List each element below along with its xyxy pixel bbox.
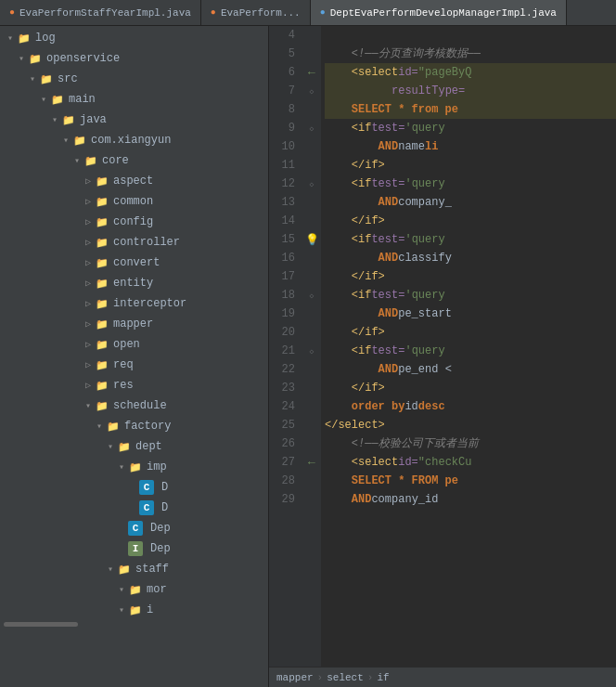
arrow-java: ▾	[48, 114, 61, 125]
code-line-27: <select id= "checkCu	[325, 453, 616, 472]
ln-23: 23	[269, 379, 295, 397]
tree-item-staff[interactable]: ▾ 📁 staff	[0, 559, 268, 579]
dot-9: ◇	[310, 124, 314, 133]
code-line-26: <!——校验公司下或者当前	[325, 434, 616, 453]
ln-24: 24	[269, 397, 295, 416]
tree-item-d1[interactable]: C D	[0, 477, 268, 498]
class-icon-d2: C	[139, 500, 154, 515]
dot-7: ◇	[310, 87, 314, 96]
code-line-20: </if>	[325, 323, 616, 342]
ln-25: 25	[269, 416, 295, 434]
gutter-14	[302, 212, 321, 230]
tab-xml-active[interactable]: ● DeptEvaPerformDevelopManagerImpl.java	[311, 0, 567, 25]
tree-item-openservice[interactable]: ▾ 📁 openservice	[0, 48, 268, 69]
tree-item-i[interactable]: ▾ 📁 i	[0, 600, 268, 620]
tree-label-dep1: Dep	[150, 522, 171, 535]
tab-java1[interactable]: ● EvaPerformStaffYearImpl.java	[0, 0, 201, 25]
gutter-15: 💡	[302, 230, 321, 249]
tab-label-3: DeptEvaPerformDevelopManagerImpl.java	[330, 7, 557, 19]
folder-icon-mapper: 📁	[95, 317, 109, 331]
tree-item-log[interactable]: ▾ 📁 log	[0, 28, 268, 48]
tree-scrollbar[interactable]	[0, 620, 268, 628]
tab-java2[interactable]: ● EvaPerform...	[201, 0, 311, 25]
tree-item-req[interactable]: ▷ 📁 req	[0, 355, 268, 375]
tree-label-log: log	[35, 32, 56, 45]
tree-item-com[interactable]: ▾ 📁 com.xiangyun	[0, 130, 268, 150]
arrow-mapper: ▷	[82, 318, 95, 330]
tree-item-dept[interactable]: ▾ 📁 dept	[0, 436, 268, 457]
arrow-config: ▷	[82, 216, 95, 227]
tree-item-aspect[interactable]: ▷ 📁 aspect	[0, 171, 268, 191]
code-line-4	[325, 26, 616, 45]
tree-item-res[interactable]: ▷ 📁 res	[0, 375, 268, 395]
code-line-17: </if>	[325, 267, 616, 286]
gutter-18: ◇	[302, 286, 321, 305]
gutter-17	[302, 267, 321, 286]
arrow-imp: ▾	[115, 461, 128, 473]
tree-item-controller[interactable]: ▷ 📁 controller	[0, 232, 268, 253]
java-icon-2: ●	[211, 7, 216, 18]
file-tree[interactable]: ▾ 📁 log ▾ 📁 openservice ▾ 📁 src ▾ 📁 main	[0, 26, 269, 687]
ln-12: 12	[269, 175, 295, 193]
ln-9: 9	[269, 119, 295, 137]
folder-icon-interceptor: 📁	[95, 296, 109, 311]
tree-label-entity: entity	[113, 277, 153, 290]
gutter-29	[302, 490, 321, 509]
gutter-20	[302, 323, 321, 342]
breadcrumb: mapper › select › if	[269, 667, 616, 687]
gutter-16	[302, 249, 321, 267]
arrow-factory: ▾	[93, 421, 106, 432]
arrow-req: ▷	[82, 359, 95, 370]
breadcrumb-select[interactable]: select	[327, 672, 364, 683]
gutter: ← ◇ ◇ ◇ 💡 ◇ ◇ ←	[302, 26, 321, 667]
tree-item-common[interactable]: ▷ 📁 common	[0, 191, 268, 212]
tree-item-dep2[interactable]: I Dep	[0, 538, 268, 559]
tree-label-d2: D	[161, 501, 168, 514]
breadcrumb-mapper[interactable]: mapper	[276, 672, 314, 683]
breadcrumb-if[interactable]: if	[377, 672, 389, 683]
tree-item-imp[interactable]: ▾ 📁 imp	[0, 457, 268, 477]
ln-6: 6	[269, 63, 295, 82]
folder-icon-core: 📁	[83, 153, 98, 168]
arrow-interceptor: ▷	[82, 298, 95, 309]
tree-item-core[interactable]: ▾ 📁 core	[0, 150, 268, 171]
tree-item-src[interactable]: ▾ 📁 src	[0, 69, 268, 89]
ln-15: 15	[269, 230, 295, 249]
editor-area: 4 5 6 7 8 9 10 11 12 13 14 15 16 17 18 1…	[269, 26, 616, 687]
gutter-24	[302, 397, 321, 416]
tree-item-mor[interactable]: ▾ 📁 mor	[0, 579, 268, 600]
folder-icon-schedule: 📁	[95, 398, 109, 413]
gutter-11	[302, 156, 321, 175]
tree-label-aspect: aspect	[113, 175, 153, 188]
code-content[interactable]: <!——分页查询考核数据—— <select id= "pageByQ resu…	[321, 26, 616, 667]
line-numbers: 4 5 6 7 8 9 10 11 12 13 14 15 16 17 18 1…	[269, 26, 302, 667]
folder-icon-log: 📁	[17, 31, 32, 45]
tree-label-com: com.xiangyun	[91, 134, 171, 147]
tree-item-java[interactable]: ▾ 📁 java	[0, 110, 268, 130]
tree-item-factory[interactable]: ▾ 📁 factory	[0, 416, 268, 436]
tree-label-req: req	[113, 358, 134, 371]
gutter-25	[302, 416, 321, 434]
tree-item-open[interactable]: ▷ 📁 open	[0, 334, 268, 355]
tree-item-config[interactable]: ▷ 📁 config	[0, 212, 268, 232]
arrow-open: ▷	[82, 339, 95, 350]
tree-item-main[interactable]: ▾ 📁 main	[0, 89, 268, 110]
gutter-22	[302, 360, 321, 379]
arrow-openservice: ▾	[15, 53, 28, 64]
gutter-5	[302, 45, 321, 63]
tree-item-convert[interactable]: ▷ 📁 convert	[0, 253, 268, 273]
tree-item-mapper[interactable]: ▷ 📁 mapper	[0, 314, 268, 334]
arrow-mor: ▾	[115, 584, 128, 595]
tab-label-2: EvaPerform...	[221, 7, 301, 19]
gutter-8	[302, 100, 321, 119]
bulb-15: 💡	[305, 233, 319, 247]
tree-label-res: res	[113, 379, 134, 392]
tree-item-schedule[interactable]: ▾ 📁 schedule	[0, 395, 268, 416]
folder-icon-openservice: 📁	[28, 51, 43, 66]
tree-item-dep1[interactable]: C Dep	[0, 518, 268, 538]
tree-item-entity[interactable]: ▷ 📁 entity	[0, 273, 268, 293]
tree-label-common: common	[113, 195, 153, 208]
tree-item-interceptor[interactable]: ▷ 📁 interceptor	[0, 293, 268, 314]
tree-item-d2[interactable]: C D	[0, 498, 268, 518]
gutter-26	[302, 434, 321, 453]
